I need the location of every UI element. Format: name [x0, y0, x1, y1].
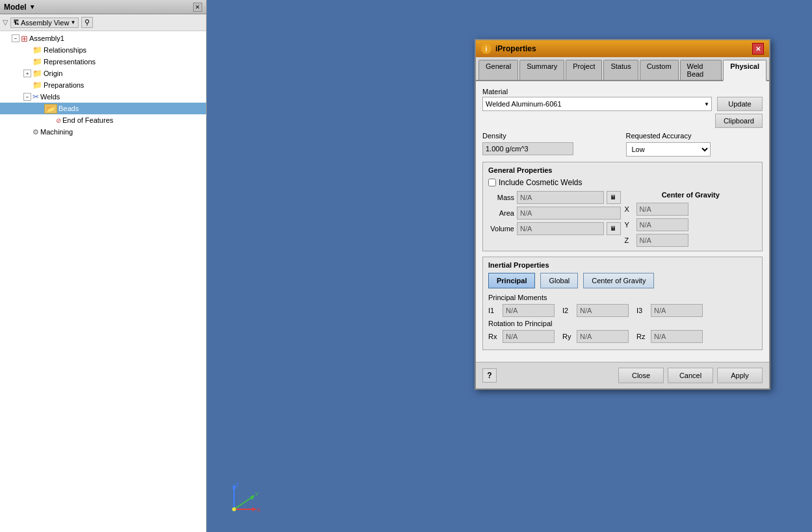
dialog-close-button[interactable]: ✕ [752, 43, 764, 55]
area-label: Area [488, 209, 514, 217]
search-icon: ⚲ [85, 18, 90, 27]
origin-label: Origin [44, 70, 62, 77]
ry-input[interactable] [577, 330, 629, 343]
cosmetic-welds-row: Include Cosmetic Welds [488, 178, 757, 187]
principal-button[interactable]: Principal [488, 273, 535, 288]
clipboard-button[interactable]: Clipboard [715, 114, 763, 128]
welds-label: Welds [40, 93, 60, 101]
material-label: Material [482, 88, 763, 95]
tab-general-label: General [486, 62, 511, 70]
tree-item-representations[interactable]: 📁 Representations [0, 56, 206, 68]
tree-item-relationships[interactable]: 📁 Relationships [0, 44, 206, 56]
area-row: Area [488, 207, 621, 220]
mass-label: Mass [488, 194, 514, 201]
svg-text:Y: Y [255, 491, 259, 498]
model-dropdown-icon[interactable]: ▼ [29, 3, 36, 10]
folder-icon-prep: 📁 [33, 81, 42, 90]
cancel-button[interactable]: Cancel [668, 368, 713, 383]
global-button[interactable]: Global [540, 273, 578, 288]
rz-input[interactable] [651, 330, 703, 343]
rotation-row1: Rx Ry Rz [488, 330, 757, 343]
area-input[interactable] [517, 207, 621, 220]
search-button[interactable]: ⚲ [81, 17, 93, 28]
tab-project-label: Project [573, 62, 595, 70]
inertial-properties-section: Inertial Properties Principal Global Cen… [482, 257, 763, 350]
tab-status[interactable]: Status [603, 60, 638, 80]
tree-item-beads[interactable]: 📂 Beads [0, 103, 206, 114]
mass-calc-button[interactable]: 🖩 [607, 191, 621, 204]
cosmetic-welds-checkbox[interactable] [488, 179, 496, 186]
tree-item-welds[interactable]: − ✂ Welds [0, 91, 206, 103]
svg-text:X: X [257, 507, 260, 513]
i3-input[interactable] [651, 304, 703, 317]
assembly-view-label: Assembly View [21, 19, 69, 27]
tree-item-origin[interactable]: + 📁 Origin [0, 68, 206, 79]
mass-area-col: Mass 🖩 Area Volume 🖩 [488, 191, 621, 247]
dropdown-arrow-icon: ▼ [70, 19, 75, 25]
model-label: Model [4, 3, 27, 12]
dialog-info-icon: i [481, 44, 491, 54]
dialog-tabs: General Summary Project Status Custom We… [476, 57, 769, 81]
accuracy-group: Requested Accuracy Low Medium High [626, 132, 763, 157]
expand-origin[interactable]: + [23, 70, 31, 77]
density-input[interactable] [482, 142, 573, 155]
cog-z-label: Z [625, 236, 634, 244]
i1-input[interactable] [503, 304, 555, 317]
svg-point-9 [232, 507, 236, 511]
cog-x-input[interactable] [636, 203, 688, 216]
update-button[interactable]: Update [717, 97, 763, 111]
material-select-wrapper: Welded Aluminum-6061 [482, 97, 712, 111]
density-label: Density [482, 132, 620, 140]
expand-assembly1[interactable]: − [12, 34, 20, 42]
rotation-section: Rotation to Principal Rx Ry Rz [488, 320, 757, 343]
tab-general[interactable]: General [478, 60, 518, 80]
moments-row1: I1 I2 I3 [488, 304, 757, 317]
machining-label: Machining [40, 128, 73, 136]
svg-line-3 [234, 496, 254, 509]
svg-text:Z: Z [235, 481, 239, 488]
tab-summary[interactable]: Summary [519, 60, 564, 80]
filter-icon: ▽ [3, 18, 8, 27]
axis-widget: Z Y X [221, 480, 260, 519]
rx-input[interactable] [503, 330, 555, 343]
tree-item-preparations[interactable]: 📁 Preparations [0, 79, 206, 91]
accuracy-label: Requested Accuracy [626, 132, 763, 140]
inertial-btns: Principal Global Center of Gravity [488, 273, 757, 288]
tree-item-machining[interactable]: ⚙ Machining [0, 126, 206, 138]
left-panel: Model ▼ ✕ ▽ 🏗 Assembly View ▼ ⚲ − ⊞ Asse… [0, 0, 207, 532]
expand-welds[interactable]: − [23, 93, 31, 101]
iproperties-dialog: i iProperties ✕ General Summary Project … [475, 39, 770, 390]
i2-input[interactable] [577, 304, 629, 317]
tree-item-assembly1[interactable]: − ⊞ Assembly1 [0, 32, 206, 44]
mass-row: Mass 🖩 [488, 191, 621, 204]
beads-label: Beads [59, 105, 79, 112]
eof-icon: ⊘ [56, 117, 61, 124]
tree-item-eof[interactable]: ⊘ End of Features [0, 114, 206, 126]
cog-z-input[interactable] [636, 234, 688, 247]
accuracy-select[interactable]: Low Medium High [626, 142, 711, 157]
center-of-gravity-button[interactable]: Center of Gravity [583, 273, 654, 288]
panel-close-button[interactable]: ✕ [193, 3, 202, 12]
tab-weld-bead[interactable]: Weld Bead [680, 60, 722, 80]
tab-custom-label: Custom [647, 62, 672, 70]
volume-calc-button[interactable]: 🖩 [607, 222, 621, 235]
relationships-label: Relationships [44, 46, 86, 54]
volume-row: Volume 🖩 [488, 222, 621, 235]
tab-summary-label: Summary [527, 62, 557, 70]
tab-project[interactable]: Project [566, 60, 602, 80]
cog-y-input[interactable] [636, 218, 688, 231]
apply-button[interactable]: Apply [717, 368, 763, 383]
dialog-body: Material Welded Aluminum-6061 Update Cli… [476, 81, 769, 362]
density-row: Density Requested Accuracy Low Medium Hi… [482, 132, 763, 157]
material-select[interactable]: Welded Aluminum-6061 [482, 97, 712, 111]
close-button[interactable]: Close [618, 368, 664, 383]
volume-input[interactable] [517, 222, 604, 235]
mass-input[interactable] [517, 191, 604, 204]
tab-physical-label: Physical [730, 62, 759, 70]
tab-physical[interactable]: Physical [723, 60, 766, 81]
i3-label: I3 [636, 307, 648, 314]
help-button[interactable]: ? [482, 368, 497, 383]
folder-icon: 📁 [33, 45, 42, 55]
assembly-view-dropdown[interactable]: 🏗 Assembly View ▼ [10, 18, 79, 28]
tab-custom[interactable]: Custom [640, 60, 679, 80]
